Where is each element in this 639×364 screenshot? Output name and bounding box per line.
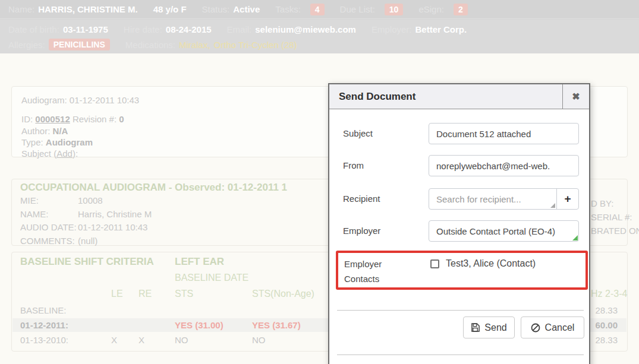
name-label: Name: — [8, 4, 34, 14]
employer-select-input[interactable] — [429, 220, 579, 242]
send-document-modal: Send Document ✖ Subject From Recipient S… — [328, 83, 590, 364]
comments-value: (null) — [78, 236, 97, 246]
banner-row-1: Name: HARRIS, CHRISTINE M. 48 y/o F Stat… — [0, 0, 639, 19]
resize-handle-icon[interactable] — [550, 203, 555, 208]
divider-top — [337, 310, 584, 311]
recipient-input-group: Search for recipient... + — [429, 188, 579, 210]
patient-name: HARRIS, CHRISTINE M. — [38, 4, 138, 14]
medication-ortho[interactable]: Ortho Tri-Cyclen (28) — [214, 40, 297, 50]
audio-date-value: 01-12-2011 10:43 — [78, 222, 147, 232]
autocomplete-handle-icon — [572, 235, 578, 240]
divider-bottom — [337, 354, 584, 355]
banner-row-2: Date of birth: 03-11-1975 Hire date: 08-… — [0, 20, 639, 53]
medication-miralax[interactable]: Miralax, — [179, 40, 210, 50]
type-label: Type: — [21, 137, 43, 147]
screen: Name: HARRIS, CHRISTINE M. 48 y/o F Stat… — [0, 0, 639, 364]
author-label: Author: — [21, 126, 50, 136]
hire-date-label: Hire date: — [124, 24, 162, 34]
from-field-label: From — [343, 160, 364, 170]
allergy-badge[interactable]: PENICILLINS — [49, 39, 110, 50]
from-input[interactable] — [429, 155, 579, 176]
shift-criteria-heading: BASELINE SHIFT CRITERIA — [20, 256, 154, 268]
employer-contacts-label: Employer Contacts — [344, 257, 415, 286]
comments-label: COMMENTS: — [20, 236, 75, 246]
contact-checkbox[interactable] — [430, 259, 439, 268]
col-header-re: RE — [138, 289, 152, 299]
cancel-button[interactable]: Cancel — [521, 316, 584, 338]
allergies-label: Allergies: — [8, 40, 45, 50]
row-2011-sts: YES (31.00) — [175, 320, 224, 330]
medications-label: Medications: — [125, 40, 175, 50]
row-baseline-date: BASELINE: — [20, 305, 67, 315]
row-2010-date: 01-13-2010: — [20, 335, 68, 345]
audiogram-heading: OCCUPATIONAL AUDIOGRAM - Observed: 01-12… — [20, 182, 287, 194]
row-2010-sts: NO — [175, 335, 188, 345]
name-row-label: NAME: — [20, 209, 49, 219]
audio-date-label: AUDIO DATE: — [20, 222, 77, 232]
subject-prefix: Subject ( — [21, 148, 56, 159]
row-2010-sts-nonage: NO — [252, 335, 266, 345]
author-value: N/A — [53, 126, 68, 136]
send-button[interactable]: Send — [463, 316, 515, 338]
esign-count-badge[interactable]: 2 — [454, 4, 468, 15]
subject-field-label: Subject — [343, 128, 373, 138]
left-ear-heading: LEFT EAR — [175, 256, 224, 268]
modal-header: Send Document ✖ — [329, 84, 589, 109]
patient-age-sex: 48 y/o F — [153, 4, 187, 14]
subject-suffix: ): — [73, 148, 78, 159]
modal-title: Send Document — [329, 91, 562, 103]
dob-value: 03-11-1975 — [63, 24, 108, 34]
revision-value: 0 — [119, 114, 124, 124]
name-row-value: Harris, Christine M — [78, 209, 152, 219]
col-header-le: LE — [111, 289, 123, 299]
row-2011-sts-nonage: YES (31.67) — [252, 320, 301, 330]
esign-label: eSign: — [418, 4, 444, 14]
tasks-count-badge[interactable]: 4 — [310, 4, 325, 15]
tasks-label: Tasks: — [275, 4, 301, 14]
dob-label: Date of birth: — [8, 24, 59, 34]
add-recipient-button[interactable]: + — [556, 189, 578, 209]
mie-label: MIE: — [20, 195, 39, 205]
email-value: selenium@mieweb.com — [255, 24, 356, 34]
row-2010-right: 28.33 — [595, 335, 618, 345]
save-icon — [471, 323, 480, 332]
patient-banner: Name: HARRIS, CHRISTINE M. 48 y/o F Stat… — [0, 0, 639, 53]
subject-add-link[interactable]: Add — [56, 148, 73, 159]
recipient-search-input[interactable]: Search for recipient... — [429, 189, 556, 209]
row-2011-date: 01-12-2011: — [20, 320, 68, 330]
author-line: Author: N/A — [21, 126, 68, 136]
subject-line: Subject (Add): — [21, 148, 78, 159]
row-2010-re: X — [138, 335, 144, 345]
row-baseline-right: 28.33 — [595, 305, 618, 315]
document-id-link[interactable]: 0000512 — [35, 114, 70, 124]
status-value: Active — [233, 4, 260, 14]
document-title: Audiogram: 01-12-2011 10:43 — [21, 95, 139, 105]
employer-field-label: Employer — [343, 226, 380, 236]
employer-select-wrap — [429, 220, 579, 242]
employer-value: Better Corp. — [415, 24, 467, 34]
hire-date-value: 08-24-2015 — [166, 24, 212, 34]
due-list-count-badge[interactable]: 10 — [385, 4, 404, 15]
recipient-placeholder: Search for recipient... — [436, 194, 521, 204]
document-id-line: ID: 0000512 Revision #: 0 — [21, 114, 124, 124]
contact-option-label: Test3, Alice (Contact) — [446, 258, 536, 269]
cancel-button-label: Cancel — [545, 322, 575, 333]
col-header-sts-nonage: STS(Non-Age) — [252, 289, 314, 299]
send-button-label: Send — [484, 322, 506, 333]
email-label: Email: — [227, 24, 252, 34]
id-label: ID: — [21, 114, 33, 124]
demographics-line: Date of birth: 03-11-1975 Hire date: 08-… — [0, 21, 639, 37]
employer-contacts-highlight: Employer Contacts Test3, Alice (Contact) — [336, 251, 588, 290]
hz-header-fragment: Hz 2-3-4 — [591, 289, 627, 299]
baseline-date-header: BASELINE DATE — [175, 273, 248, 283]
mie-value: 10008 — [78, 195, 103, 205]
type-value: Audiogram — [46, 137, 93, 147]
row-2011-right: 60.00 — [595, 320, 618, 330]
subject-input[interactable] — [429, 123, 579, 144]
serial-fragment: SERIAL #: — [591, 212, 632, 222]
close-icon[interactable]: ✖ — [562, 84, 589, 109]
due-list-label: Due List: — [340, 4, 375, 14]
tested-by-fragment: D BY: — [591, 198, 613, 208]
type-line: Type: Audiogram — [21, 137, 93, 147]
status-label: Status: — [202, 4, 230, 14]
